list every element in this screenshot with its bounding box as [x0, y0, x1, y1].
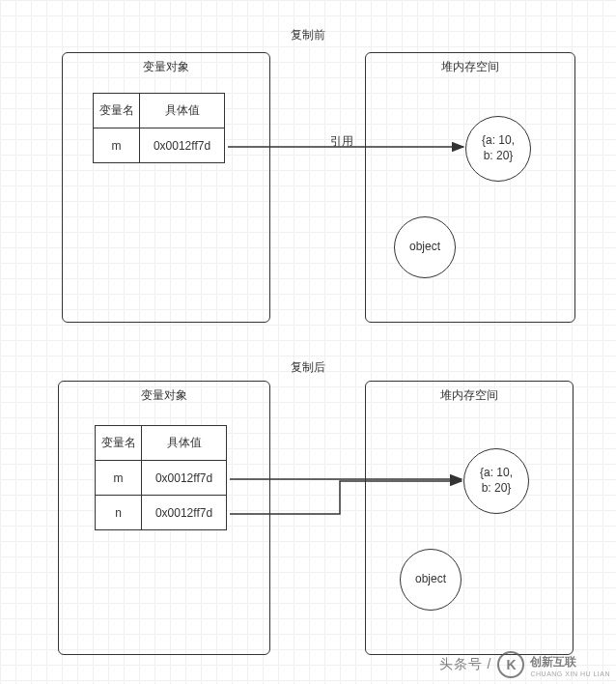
var-box-title-before: 变量对象	[63, 59, 269, 75]
heap-object-2-before: object	[394, 216, 456, 278]
arrow-label-before: 引用	[322, 133, 361, 150]
watermark-logo-icon: K	[497, 651, 524, 678]
cell-var-value: 0x0012ff7d	[142, 496, 227, 530]
cell-var-name: m	[94, 128, 140, 163]
table-header-row: 变量名 具体值	[96, 426, 227, 461]
heap-box-title-before: 堆内存空间	[366, 59, 574, 75]
table-header-name: 变量名	[94, 94, 140, 128]
heap-box-after: 堆内存空间	[365, 381, 574, 655]
table-header-row: 变量名 具体值	[94, 94, 225, 128]
section-title-after: 复制后	[0, 359, 616, 376]
table-header-value: 具体值	[142, 426, 227, 461]
section-title-before: 复制前	[0, 27, 616, 43]
table-header-name: 变量名	[96, 426, 142, 461]
cell-var-value: 0x0012ff7d	[142, 461, 227, 496]
watermark-brand: 创新互联	[530, 655, 576, 669]
var-table-before: 变量名 具体值 m 0x0012ff7d	[93, 93, 225, 163]
heap-box-title-after: 堆内存空间	[366, 387, 573, 404]
watermark-sub: CHUANG XIN HU LIAN	[530, 670, 610, 677]
table-header-value: 具体值	[140, 94, 225, 128]
table-row: m 0x0012ff7d	[96, 461, 227, 496]
var-table-after: 变量名 具体值 m 0x0012ff7d n 0x0012ff7d	[95, 425, 227, 530]
table-row: m 0x0012ff7d	[94, 128, 225, 163]
cell-var-name: n	[96, 496, 142, 530]
watermark: 头条号 / K 创新互联 CHUANG XIN HU LIAN	[439, 651, 610, 678]
heap-box-before: 堆内存空间	[365, 52, 575, 323]
cell-var-value: 0x0012ff7d	[140, 128, 225, 163]
watermark-prefix: 头条号 /	[439, 656, 492, 673]
var-box-title-after: 变量对象	[59, 387, 269, 404]
table-row: n 0x0012ff7d	[96, 496, 227, 530]
heap-object-1-after: {a: 10, b: 20}	[463, 448, 529, 514]
heap-object-1-before: {a: 10, b: 20}	[465, 116, 531, 182]
cell-var-name: m	[96, 461, 142, 496]
heap-object-2-after: object	[400, 549, 462, 611]
